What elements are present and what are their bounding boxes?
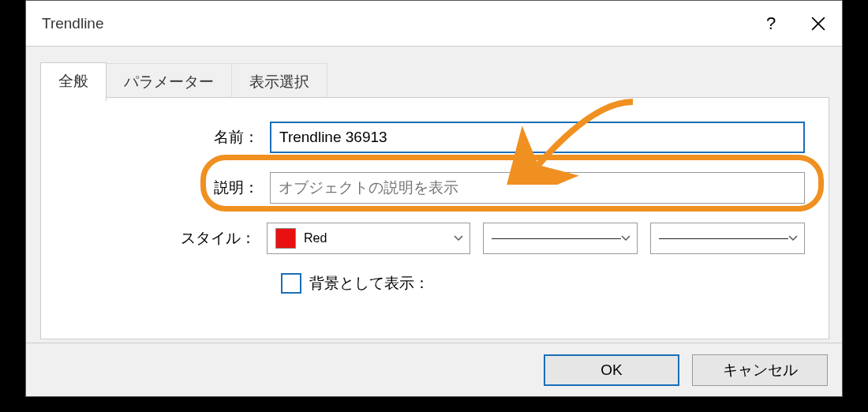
style-label: スタイル： <box>65 228 267 249</box>
chevron-down-icon <box>621 234 630 243</box>
titlebar: Trendline ? <box>26 1 842 47</box>
name-label: 名前： <box>65 127 270 148</box>
color-swatch <box>275 228 296 249</box>
tab-label: パラメーター <box>124 73 214 90</box>
tab-label: 表示選択 <box>249 73 309 90</box>
name-field-wrap <box>270 122 805 153</box>
style-field-wrap: Red <box>267 223 805 254</box>
line-style-combo[interactable] <box>483 223 638 254</box>
chevron-down-icon <box>454 234 463 243</box>
description-label: 説明： <box>65 178 270 198</box>
color-name: Red <box>304 231 327 245</box>
line-sample <box>492 238 621 239</box>
line-sample <box>659 238 788 239</box>
help-button[interactable]: ? <box>747 1 795 47</box>
close-button[interactable] <box>795 1 842 47</box>
tab-panel-general: 名前： 説明： スタイル： Red <box>40 97 829 339</box>
row-description: 説明： <box>65 172 805 204</box>
name-input[interactable] <box>270 122 805 153</box>
dialog-footer: OK キャンセル <box>26 343 842 396</box>
ok-button[interactable]: OK <box>544 354 679 386</box>
description-input[interactable] <box>270 172 805 204</box>
ok-button-label: OK <box>600 361 622 378</box>
tab-display[interactable]: 表示選択 <box>231 63 327 100</box>
row-background: 背景として表示： <box>65 273 805 294</box>
desc-field-wrap <box>270 172 805 204</box>
chevron-down-icon <box>788 234 798 243</box>
trendline-dialog: Trendline ? 全般 パラメーター 表示選択 <box>25 0 843 397</box>
tabs: 全般 パラメーター 表示選択 <box>40 62 327 100</box>
color-combo[interactable]: Red <box>267 223 470 254</box>
tab-general[interactable]: 全般 <box>40 62 107 101</box>
row-name: 名前： <box>65 122 805 153</box>
dialog-body: 全般 パラメーター 表示選択 名前： 説明： <box>26 47 842 396</box>
cancel-button[interactable]: キャンセル <box>692 354 828 386</box>
background-checkbox-label: 背景として表示： <box>309 273 429 294</box>
help-icon: ? <box>766 13 776 34</box>
window-title: Trendline <box>42 15 747 32</box>
row-style: スタイル： Red <box>65 223 805 254</box>
cancel-button-label: キャンセル <box>723 361 798 378</box>
background-checkbox-wrap[interactable]: 背景として表示： <box>281 273 429 294</box>
tab-label: 全般 <box>58 73 88 89</box>
line-width-combo[interactable] <box>650 223 805 254</box>
tab-parameters[interactable]: パラメーター <box>106 63 232 100</box>
close-icon <box>811 17 825 31</box>
background-checkbox[interactable] <box>281 273 301 294</box>
form: 名前： 説明： スタイル： Red <box>41 98 829 294</box>
